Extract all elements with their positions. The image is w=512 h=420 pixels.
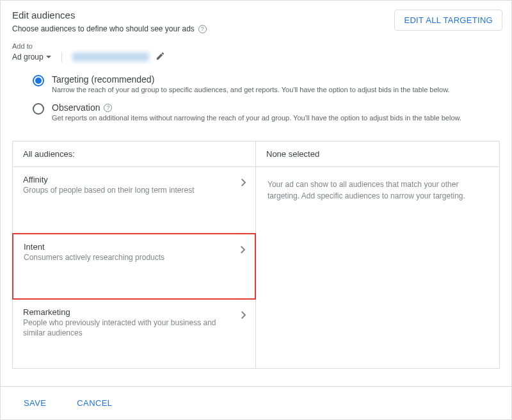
targeting-option[interactable]: Targeting (recommended) Narrow the reach… bbox=[33, 74, 486, 93]
add-to-label: Add to bbox=[12, 42, 500, 50]
page-subtitle: Choose audiences to define who should se… bbox=[12, 24, 195, 33]
targeting-desc: Narrow the reach of your ad group to spe… bbox=[52, 86, 450, 93]
remarketing-desc: People who previously interacted with yo… bbox=[23, 318, 230, 338]
edit-icon[interactable] bbox=[156, 51, 165, 63]
affinity-title: Affinity bbox=[23, 175, 230, 184]
caret-down-icon bbox=[46, 56, 51, 58]
observation-option[interactable]: Observation ? Get reports on additional … bbox=[33, 102, 486, 122]
affinity-desc: Groups of people based on their long ter… bbox=[23, 186, 230, 196]
intent-title: Intent bbox=[24, 242, 229, 252]
chevron-right-icon bbox=[241, 179, 246, 188]
chevron-right-icon bbox=[241, 311, 246, 321]
radio-unselected-icon[interactable] bbox=[33, 103, 44, 115]
empty-state-text: Your ad can show to all audiences that m… bbox=[256, 167, 499, 213]
edit-all-targeting-button[interactable]: EDIT ALL TARGETING bbox=[394, 10, 502, 31]
chevron-right-icon bbox=[241, 246, 246, 255]
save-button[interactable]: SAVE bbox=[24, 398, 46, 408]
category-intent[interactable]: Intent Consumers actively researching pr… bbox=[12, 233, 256, 300]
add-to-dropdown[interactable]: Ad group bbox=[12, 52, 51, 61]
add-to-value: Ad group bbox=[12, 52, 44, 61]
help-icon[interactable]: ? bbox=[104, 104, 112, 112]
adgroup-name-redacted bbox=[72, 52, 149, 61]
cancel-button[interactable]: CANCEL bbox=[77, 398, 112, 408]
help-icon[interactable]: ? bbox=[198, 25, 207, 33]
intent-desc: Consumers actively researching products bbox=[24, 253, 229, 263]
observation-title: Observation bbox=[52, 102, 100, 113]
category-remarketing[interactable]: Remarketing People who previously intera… bbox=[13, 300, 255, 368]
remarketing-title: Remarketing bbox=[23, 307, 230, 317]
observation-desc: Get reports on additional items without … bbox=[52, 114, 461, 122]
none-selected-header: None selected bbox=[256, 141, 499, 167]
divider bbox=[61, 52, 62, 62]
radio-selected-icon[interactable] bbox=[33, 75, 44, 86]
targeting-title: Targeting (recommended) bbox=[52, 74, 450, 85]
category-affinity[interactable]: Affinity Groups of people based on their… bbox=[13, 167, 255, 234]
all-audiences-header: All audiences: bbox=[13, 141, 255, 167]
